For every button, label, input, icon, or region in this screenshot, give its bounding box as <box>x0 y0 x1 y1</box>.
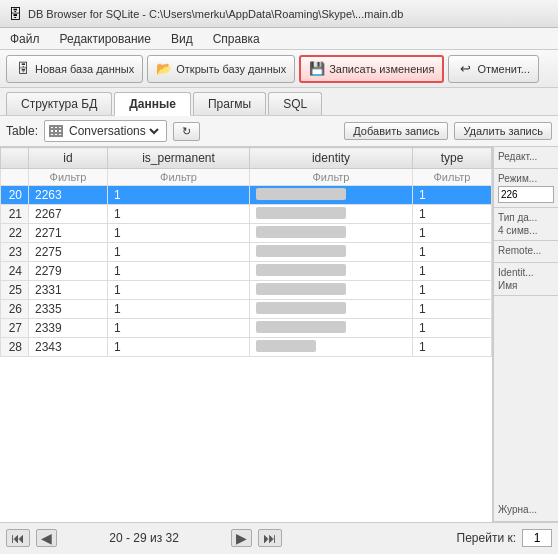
right-panel-remote: Remote... <box>494 241 558 263</box>
right-panel: Редакт... Режим... Тип да... 4 симв... R… <box>493 147 558 522</box>
cell-type[interactable]: 1 <box>412 186 491 205</box>
right-mode-value[interactable] <box>498 186 554 203</box>
menu-bar: Файл Редактирование Вид Справка <box>0 28 558 50</box>
refresh-button[interactable]: ↻ <box>173 122 200 141</box>
table-row[interactable]: 2222711 1 <box>1 224 492 243</box>
col-is-permanent[interactable]: is_permanent <box>108 148 250 169</box>
cell-rownum: 27 <box>1 319 29 338</box>
menu-edit[interactable]: Редактирование <box>56 31 155 47</box>
menu-view[interactable]: Вид <box>167 31 197 47</box>
col-type[interactable]: type <box>412 148 491 169</box>
col-id[interactable]: id <box>29 148 108 169</box>
filter-type[interactable]: Фильтр <box>412 169 491 186</box>
cell-identity[interactable] <box>249 243 412 262</box>
table-row[interactable]: 2823431 1 <box>1 338 492 357</box>
goto-input[interactable] <box>522 529 552 547</box>
cell-type[interactable]: 1 <box>412 262 491 281</box>
tab-sql[interactable]: SQL <box>268 92 322 115</box>
toolbar: 🗄 Новая база данных 📂 Открыть базу данны… <box>0 50 558 88</box>
cell-identity[interactable] <box>249 281 412 300</box>
right-type-text: 4 симв... <box>498 225 554 236</box>
cell-type[interactable]: 1 <box>412 338 491 357</box>
cell-id[interactable]: 2267 <box>29 205 108 224</box>
table-row[interactable]: 2723391 1 <box>1 319 492 338</box>
cell-id[interactable]: 2279 <box>29 262 108 281</box>
tab-structure[interactable]: Структура БД <box>6 92 112 115</box>
cell-is-permanent[interactable]: 1 <box>108 262 250 281</box>
nav-last-button[interactable]: ⏭ <box>258 529 282 547</box>
cell-is-permanent[interactable]: 1 <box>108 300 250 319</box>
cell-is-permanent[interactable]: 1 <box>108 281 250 300</box>
delete-record-button[interactable]: Удалить запись <box>454 122 552 140</box>
cell-is-permanent[interactable]: 1 <box>108 319 250 338</box>
table-controls: Table: Conversations ↻ Добавить запись У… <box>0 116 558 147</box>
cell-identity[interactable] <box>249 262 412 281</box>
cell-identity[interactable] <box>249 300 412 319</box>
cell-type[interactable]: 1 <box>412 319 491 338</box>
cell-is-permanent[interactable]: 1 <box>108 338 250 357</box>
cell-is-permanent[interactable]: 1 <box>108 243 250 262</box>
title-text: DB Browser for SQLite - C:\Users\merku\A… <box>28 8 403 20</box>
write-changes-button[interactable]: 💾 Записать изменения <box>299 55 444 83</box>
cell-rownum: 28 <box>1 338 29 357</box>
right-identity-label: Identit... <box>498 267 554 278</box>
title-bar: 🗄 DB Browser for SQLite - C:\Users\merku… <box>0 0 558 28</box>
cell-rownum: 20 <box>1 186 29 205</box>
table-row[interactable]: 2122671 1 <box>1 205 492 224</box>
tab-pragmas[interactable]: Прагмы <box>193 92 266 115</box>
col-identity[interactable]: identity <box>249 148 412 169</box>
cell-id[interactable]: 2343 <box>29 338 108 357</box>
right-mode-label: Режим... <box>498 173 554 184</box>
cell-id[interactable]: 2275 <box>29 243 108 262</box>
cell-identity[interactable] <box>249 224 412 243</box>
add-record-button[interactable]: Добавить запись <box>344 122 448 140</box>
goto-label: Перейти к: <box>457 531 516 545</box>
table-icon <box>49 125 63 137</box>
cell-type[interactable]: 1 <box>412 300 491 319</box>
cell-id[interactable]: 2339 <box>29 319 108 338</box>
nav-first-button[interactable]: ⏮ <box>6 529 30 547</box>
cell-identity[interactable] <box>249 205 412 224</box>
col-rownum <box>1 148 29 169</box>
right-identity-text: Имя <box>498 280 554 291</box>
cell-is-permanent[interactable]: 1 <box>108 224 250 243</box>
right-type-label: Тип да... <box>498 212 554 223</box>
cell-id[interactable]: 2263 <box>29 186 108 205</box>
table-select[interactable]: Conversations <box>65 123 162 139</box>
open-database-button[interactable]: 📂 Открыть базу данных <box>147 55 295 83</box>
table-row[interactable]: 2022631 1 <box>1 186 492 205</box>
new-database-button[interactable]: 🗄 Новая база данных <box>6 55 143 83</box>
cell-rownum: 26 <box>1 300 29 319</box>
cell-type[interactable]: 1 <box>412 224 491 243</box>
menu-file[interactable]: Файл <box>6 31 44 47</box>
right-remote-label: Remote... <box>498 245 554 256</box>
status-range: 20 - 29 из 32 <box>63 531 225 545</box>
filter-is-permanent[interactable]: Фильтр <box>108 169 250 186</box>
cell-type[interactable]: 1 <box>412 205 491 224</box>
table-row[interactable]: 2322751 1 <box>1 243 492 262</box>
cell-is-permanent[interactable]: 1 <box>108 186 250 205</box>
cell-id[interactable]: 2335 <box>29 300 108 319</box>
cell-identity[interactable] <box>249 186 412 205</box>
filter-identity[interactable]: Фильтр <box>249 169 412 186</box>
table-row[interactable]: 2422791 1 <box>1 262 492 281</box>
filter-id[interactable]: Фильтр <box>29 169 108 186</box>
table-row[interactable]: 2623351 1 <box>1 300 492 319</box>
tab-data[interactable]: Данные <box>114 92 191 116</box>
right-journal-label: Журна... <box>498 504 554 515</box>
cell-is-permanent[interactable]: 1 <box>108 205 250 224</box>
cell-type[interactable]: 1 <box>412 243 491 262</box>
new-db-icon: 🗄 <box>15 61 31 77</box>
nav-next-button[interactable]: ▶ <box>231 529 252 547</box>
table-row[interactable]: 2523311 1 <box>1 281 492 300</box>
data-table-wrap[interactable]: id is_permanent identity type Фильтр Фил… <box>0 147 492 522</box>
cell-rownum: 22 <box>1 224 29 243</box>
cell-type[interactable]: 1 <box>412 281 491 300</box>
cell-identity[interactable] <box>249 319 412 338</box>
cancel-button[interactable]: ↩ Отменит... <box>448 55 538 83</box>
nav-prev-button[interactable]: ◀ <box>36 529 57 547</box>
cell-id[interactable]: 2331 <box>29 281 108 300</box>
cell-id[interactable]: 2271 <box>29 224 108 243</box>
menu-help[interactable]: Справка <box>209 31 264 47</box>
cell-identity[interactable] <box>249 338 412 357</box>
